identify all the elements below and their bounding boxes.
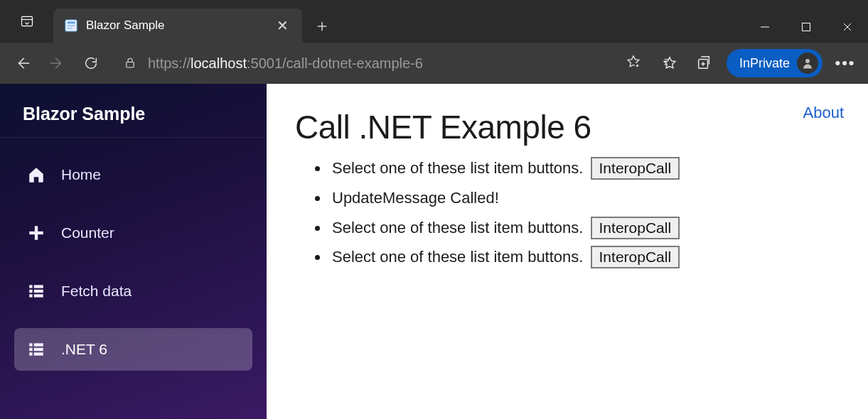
list-item: Select one of these list item buttons. I… (329, 213, 840, 243)
sidebar-item-counter[interactable]: Counter (14, 212, 252, 254)
list-item-text: UpdateMessage Called! (332, 189, 499, 207)
svg-rect-3 (68, 25, 75, 26)
sidebar-item-label: .NET 6 (61, 341, 107, 358)
sidebar-item-label: Counter (61, 224, 114, 241)
browser-toolbar: https:// localhost :5001 /call-dotnet-ex… (0, 43, 868, 84)
more-menu-button[interactable]: ••• (830, 54, 861, 72)
window-minimize-button[interactable] (744, 11, 786, 43)
svg-rect-20 (29, 348, 32, 351)
svg-rect-22 (29, 352, 32, 355)
svg-rect-12 (29, 285, 32, 288)
url-path: /call-dotnet-example-6 (282, 55, 423, 72)
list-item: Select one of these list item buttons. I… (329, 153, 840, 183)
list-item-text: Select one of these list item buttons. (332, 219, 588, 236)
sidebar-item-fetch-data[interactable]: Fetch data (14, 270, 252, 312)
profile-avatar-icon (797, 53, 818, 74)
svg-point-9 (805, 59, 810, 63)
address-bar[interactable]: https:// localhost :5001 /call-dotnet-ex… (119, 49, 645, 77)
browser-tab[interactable]: Blazor Sample ✕ (53, 9, 302, 43)
interop-call-button[interactable]: InteropCall (591, 157, 680, 180)
svg-rect-16 (29, 294, 32, 297)
example-list: Select one of these list item buttons. I… (312, 153, 840, 272)
nav-back-button[interactable] (7, 48, 38, 79)
svg-rect-13 (34, 285, 43, 288)
collections-icon[interactable] (688, 48, 719, 79)
sidebar: Blazor Sample HomeCounterFetch data.NET … (0, 84, 267, 419)
inprivate-label: InPrivate (739, 56, 790, 71)
lock-icon (119, 57, 141, 70)
interop-call-button[interactable]: InteropCall (591, 246, 680, 268)
sidebar-item--net-6[interactable]: .NET 6 (14, 328, 252, 371)
inprivate-badge[interactable]: InPrivate (727, 49, 823, 77)
list-item-text: Select one of these list item buttons. (332, 248, 588, 266)
app-brand: Blazor Sample (0, 84, 267, 138)
sidebar-item-home[interactable]: Home (14, 153, 252, 196)
window-controls (744, 11, 868, 43)
nav-refresh-button[interactable] (75, 48, 107, 79)
home-icon (27, 165, 45, 184)
list-item: Select one of these list item buttons. I… (329, 242, 840, 272)
list-item-text: Select one of these list item buttons. (332, 159, 588, 177)
tab-title: Blazor Sample (86, 18, 265, 33)
svg-rect-21 (34, 348, 43, 351)
page-viewport: Blazor Sample HomeCounterFetch data.NET … (0, 84, 868, 419)
tab-favicon-icon (63, 18, 79, 33)
tab-close-button[interactable]: ✕ (272, 16, 292, 36)
svg-rect-4 (68, 28, 73, 29)
list-item: UpdateMessage Called! (329, 183, 840, 213)
list-icon (27, 340, 45, 359)
tab-actions-icon[interactable] (0, 0, 53, 43)
favorites-icon[interactable] (654, 48, 685, 79)
about-link[interactable]: About (803, 104, 845, 122)
window-close-button[interactable] (827, 11, 868, 43)
sidebar-item-label: Home (61, 166, 101, 183)
sidebar-item-label: Fetch data (61, 283, 132, 300)
svg-rect-19 (34, 343, 43, 346)
svg-rect-2 (68, 22, 75, 24)
svg-rect-15 (34, 290, 43, 293)
sidebar-nav: HomeCounterFetch data.NET 6 (0, 138, 267, 386)
url-port: :5001 (247, 55, 282, 72)
svg-rect-5 (803, 23, 810, 31)
svg-rect-11 (29, 232, 43, 234)
window-maximize-button[interactable] (786, 11, 827, 43)
titlebar: Blazor Sample ✕ ＋ (0, 0, 868, 43)
main-content: About Call .NET Example 6 Select one of … (267, 84, 868, 419)
nav-forward-button[interactable] (41, 48, 73, 79)
svg-rect-17 (34, 294, 43, 297)
svg-rect-18 (29, 343, 32, 346)
svg-rect-14 (29, 290, 32, 293)
interop-call-button[interactable]: InteropCall (591, 217, 680, 239)
url-scheme: https:// (148, 55, 191, 72)
browser-chrome: Blazor Sample ✕ ＋ https:// localhost :50… (0, 0, 868, 84)
plus-icon (27, 224, 45, 242)
new-tab-button[interactable]: ＋ (308, 11, 336, 40)
svg-rect-23 (34, 352, 43, 355)
page-title: Call .NET Example 6 (295, 108, 840, 146)
svg-rect-6 (127, 62, 134, 68)
favorite-add-icon[interactable] (621, 54, 645, 73)
list-icon (27, 282, 45, 300)
url-host: localhost (191, 55, 247, 72)
